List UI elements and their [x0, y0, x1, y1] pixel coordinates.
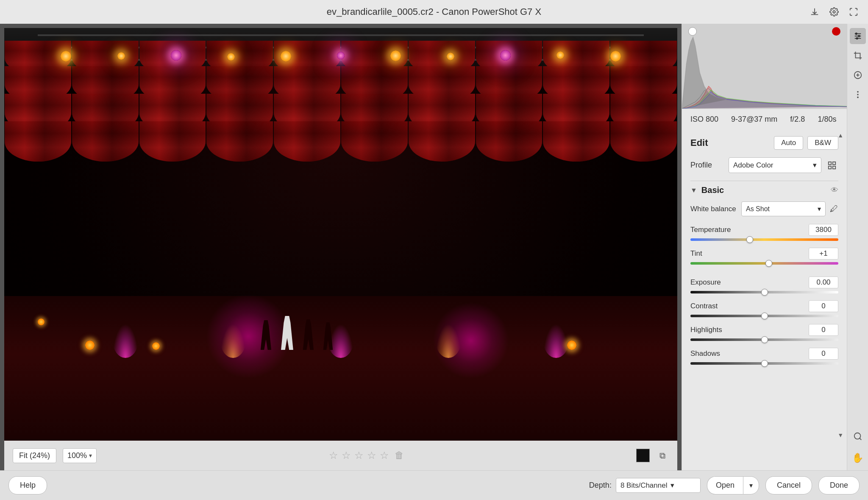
band-silhouettes — [260, 316, 333, 350]
main-content: Fit (24%) 100% ▾ ☆ ☆ ☆ ☆ ☆ 🗑 ⧉ — [0, 24, 868, 470]
exposure-slider-row: Exposure 0.00 — [690, 277, 838, 293]
edit-header: Edit Auto B&W — [690, 136, 838, 150]
wb-select[interactable]: As Shot ▾ — [741, 201, 826, 216]
bottom-actions: Help Depth: 8 Bits/Channel ▾ Open ▾ Canc… — [0, 470, 868, 500]
contrast-track[interactable] — [690, 315, 838, 317]
stage-curtains — [4, 28, 677, 317]
wb-label: White balance — [690, 205, 737, 213]
temperature-value[interactable]: 3800 — [809, 224, 838, 236]
temperature-slider-row: Temperature 3800 — [690, 224, 838, 241]
star-3[interactable]: ☆ — [354, 450, 364, 461]
tint-value[interactable]: +1 — [809, 248, 838, 260]
zoom-fit-button[interactable]: Fit (24%) — [13, 448, 56, 463]
tint-slider-top: Tint +1 — [690, 248, 838, 260]
exposure-value[interactable]: 0.00 — [809, 277, 838, 288]
fullscreen-icon[interactable] — [848, 6, 860, 18]
edit-header-buttons: Auto B&W — [774, 136, 838, 150]
highlights-thumb[interactable] — [761, 336, 768, 343]
highlights-value[interactable]: 0 — [809, 324, 838, 336]
depth-dropdown-icon: ▾ — [670, 481, 674, 490]
zoom-dropdown-icon: ▾ — [89, 452, 92, 459]
tool-sliders[interactable] — [850, 28, 866, 44]
image-container[interactable] — [4, 28, 677, 441]
edit-title: Edit — [690, 137, 708, 148]
wb-eyedropper-icon[interactable]: 🖊 — [830, 204, 838, 214]
exposure-thumb[interactable] — [761, 289, 768, 296]
shadows-thumb[interactable] — [761, 360, 768, 367]
highlights-track[interactable] — [690, 338, 838, 341]
tool-hand[interactable]: ✋ — [850, 450, 866, 466]
open-button-group: Open ▾ — [707, 476, 759, 494]
profile-row: Profile Adobe Color ▾ — [690, 157, 838, 173]
svg-rect-3 — [829, 166, 831, 168]
depth-label: Depth: — [589, 481, 612, 490]
svg-point-0 — [833, 11, 835, 13]
shadows-slider-top: Shadows 0 — [690, 348, 838, 360]
image-area: Fit (24%) 100% ▾ ☆ ☆ ☆ ☆ ☆ 🗑 ⧉ — [0, 24, 682, 470]
contrast-thumb[interactable] — [761, 313, 768, 319]
stage-floor — [4, 296, 677, 441]
titlebar-icons — [809, 6, 860, 18]
temperature-thumb[interactable] — [746, 236, 753, 243]
right-panel: ISO 800 9-37@37 mm f/2.8 1/80s ▲ Edit Au… — [682, 24, 847, 470]
star-1[interactable]: ☆ — [329, 450, 338, 461]
bw-button[interactable]: B&W — [807, 136, 838, 150]
wb-value: As Shot — [746, 205, 770, 213]
compare-button[interactable]: ⧉ — [656, 449, 669, 462]
basic-collapse-icon[interactable]: ▼ — [690, 187, 697, 194]
profile-dropdown-icon: ▾ — [813, 161, 817, 170]
zoom-100-button[interactable]: 100% ▾ — [63, 448, 97, 463]
tool-heal[interactable] — [850, 67, 866, 83]
concert-image — [4, 28, 677, 441]
open-button[interactable]: Open — [707, 476, 743, 494]
svg-point-16 — [857, 94, 859, 95]
settings-icon[interactable] — [828, 6, 840, 18]
svg-line-19 — [860, 438, 861, 440]
profile-browse-icon[interactable] — [826, 159, 838, 172]
color-swatch[interactable] — [636, 449, 650, 462]
cancel-button[interactable]: Cancel — [765, 476, 812, 494]
highlights-label: Highlights — [690, 326, 722, 334]
window-title: ev_brandicarlile_0005.cr2 - Canon PowerS… — [327, 6, 541, 17]
white-balance-row: White balance As Shot ▾ 🖊 — [690, 201, 838, 216]
tint-track[interactable] — [690, 262, 838, 265]
open-dropdown-button[interactable]: ▾ — [743, 476, 759, 494]
exposure-label: Exposure — [690, 278, 721, 287]
camera-info-bar: ISO 800 9-37@37 mm f/2.8 1/80s — [682, 109, 847, 130]
profile-select[interactable]: Adobe Color ▾ — [729, 157, 821, 173]
basic-visibility-icon[interactable]: 👁 — [831, 186, 838, 195]
exposure-slider-top: Exposure 0.00 — [690, 277, 838, 288]
delete-icon[interactable]: 🗑 — [395, 450, 404, 461]
contrast-value[interactable]: 0 — [809, 300, 838, 312]
lens-value: 9-37@37 mm — [731, 115, 777, 124]
temperature-track[interactable] — [690, 238, 838, 241]
auto-button[interactable]: Auto — [774, 136, 803, 150]
star-4[interactable]: ☆ — [367, 450, 376, 461]
tint-slider-row: Tint +1 — [690, 248, 838, 265]
depth-select[interactable]: 8 Bits/Channel ▾ — [616, 478, 701, 493]
shadows-value[interactable]: 0 — [809, 348, 838, 360]
profile-value: Adobe Color — [733, 161, 773, 170]
svg-point-17 — [857, 97, 859, 98]
tool-more[interactable] — [850, 87, 866, 103]
floor-lights — [4, 324, 677, 358]
download-icon[interactable] — [809, 6, 821, 18]
titlebar: ev_brandicarlile_0005.cr2 - Canon PowerS… — [0, 0, 868, 24]
tool-zoom[interactable] — [850, 428, 866, 444]
stage-lights — [4, 49, 677, 61]
scroll-up-button[interactable]: ▲ — [837, 132, 843, 139]
basic-section-header: ▼ Basic 👁 — [690, 185, 838, 195]
star-5[interactable]: ☆ — [380, 450, 389, 461]
tint-thumb[interactable] — [765, 260, 772, 267]
exposure-track[interactable] — [690, 291, 838, 293]
scroll-down-button[interactable]: ▼ — [837, 432, 843, 439]
svg-point-18 — [854, 433, 860, 439]
wb-dropdown-icon: ▾ — [818, 205, 821, 213]
star-2[interactable]: ☆ — [342, 450, 351, 461]
tool-crop[interactable] — [850, 47, 866, 64]
temperature-slider-top: Temperature 3800 — [690, 224, 838, 236]
profile-label: Profile — [690, 161, 724, 170]
shadows-track[interactable] — [690, 362, 838, 365]
done-button[interactable]: Done — [818, 476, 860, 494]
help-button[interactable]: Help — [8, 476, 47, 494]
